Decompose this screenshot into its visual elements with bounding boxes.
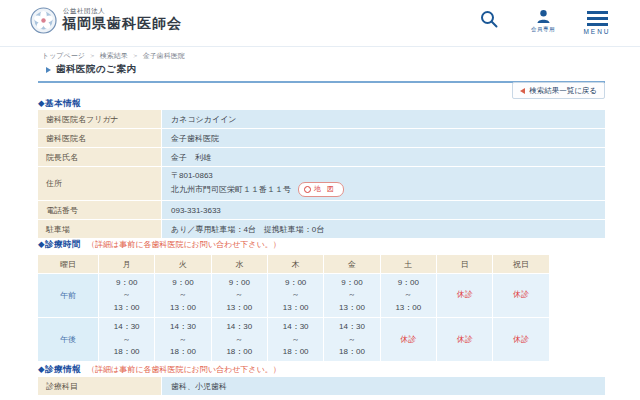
column-header: 金 <box>324 255 379 273</box>
menu-label: MENU <box>583 28 610 35</box>
hours-cell: 9：00 ～ 13：00 <box>268 274 323 317</box>
column-header: 土 <box>381 255 436 273</box>
hours-cell: 9：00 ～ 13：00 <box>212 274 267 317</box>
row-label: 診療科目 <box>38 377 161 395</box>
row-label: 電話番号 <box>38 201 161 219</box>
hours-cell: 14：30 ～ 18：00 <box>324 318 379 361</box>
search-button[interactable] <box>474 9 504 29</box>
back-arrow-icon <box>520 88 525 94</box>
page: 公益社団法人 福岡県歯科医師会 会員専用 MENU <box>0 0 640 400</box>
breadcrumb-current: 金子歯科医院 <box>143 52 185 59</box>
pm-label: 午後 <box>38 318 98 361</box>
row-label: 住所 <box>38 167 161 200</box>
title-marker-icon <box>46 67 51 73</box>
hours-heading: ◆診療時間（詳細は事前に各歯科医院にお問い合わせ下さい。） <box>38 239 281 251</box>
row-value: 金子 利雄 <box>162 148 605 166</box>
hours-cell: 9：00 ～ 13：00 <box>324 274 379 317</box>
row-value: 歯科、小児歯科 <box>162 377 605 395</box>
hours-table: 曜日 月 火 水 木 金 土 日 祝日 午前 9：00 ～ 13：00 9：00… <box>37 254 606 362</box>
hours-cell: 14：30 ～ 18：00 <box>155 318 210 361</box>
treatment-heading: ◆診療情報（詳細は事前に各歯科医院にお問い合わせ下さい。） <box>38 364 281 376</box>
row-value: カネコシカイイン <box>162 110 605 128</box>
hours-cell-closed: 休診 <box>493 274 548 317</box>
table-row: 住所 〒801-0863 北九州市門司区栄町１１番１１号 地 図 <box>38 167 605 200</box>
am-label: 午前 <box>38 274 98 317</box>
table-row: 院長氏名 金子 利雄 <box>38 148 605 166</box>
back-to-results-button[interactable]: 検索結果一覧に戻る <box>512 82 605 99</box>
org-name-title: 福岡県歯科医師会 <box>62 15 182 33</box>
row-label: 駐車場 <box>38 220 161 238</box>
breadcrumb-home[interactable]: トップページ <box>42 52 85 59</box>
hours-cell-closed: 休診 <box>437 274 492 317</box>
basic-info-table: 歯科医院名フリガナ カネコシカイイン 歯科医院名 金子歯科医院 院長氏名 金子 … <box>37 109 606 239</box>
treatment-table: 診療科目 歯科、小児歯科 <box>37 376 606 396</box>
search-icon <box>479 9 499 29</box>
hours-note: （詳細は事前に各歯科医院にお問い合わせ下さい。） <box>87 240 281 249</box>
member-login-label: 会員専用 <box>531 26 555 33</box>
hours-cell: 9：00 ～ 13：00 <box>381 274 436 317</box>
hours-cell-closed: 休診 <box>437 318 492 361</box>
column-header: 水 <box>212 255 267 273</box>
menu-button[interactable]: MENU <box>582 9 612 35</box>
column-header: 祝日 <box>493 255 548 273</box>
page-title-bar: 歯科医院のご案内 <box>38 63 605 83</box>
row-value: 金子歯科医院 <box>162 129 605 147</box>
hours-cell: 9：00 ～ 13：00 <box>99 274 154 317</box>
address-value: 〒801-0863 北九州市門司区栄町１１番１１号 地 図 <box>162 167 605 200</box>
column-header: 曜日 <box>38 255 98 273</box>
hours-cell: 9：00 ～ 13：00 <box>155 274 210 317</box>
site-header: 公益社団法人 福岡県歯科医師会 会員専用 MENU <box>0 0 640 47</box>
header-tools: 会員専用 MENU <box>474 9 612 35</box>
pm-row: 午後 14：30 ～ 18：00 14：30 ～ 18：00 14：30 ～ 1… <box>38 318 605 361</box>
page-title: 歯科医院のご案内 <box>56 63 136 76</box>
map-pin-icon <box>304 186 311 193</box>
breadcrumb-search-results[interactable]: 検索結果 <box>100 52 128 59</box>
table-header-row: 曜日 月 火 水 木 金 土 日 祝日 <box>38 255 605 273</box>
back-to-results-label: 検索結果一覧に戻る <box>529 86 597 96</box>
breadcrumb-separator: ＞ <box>89 52 96 59</box>
table-row: 電話番号 093-331-3633 <box>38 201 605 219</box>
column-header: 木 <box>268 255 323 273</box>
hours-cell-closed: 休診 <box>493 318 548 361</box>
hours-cell-closed: 休診 <box>381 318 436 361</box>
street-address: 北九州市門司区栄町１１番１１号 <box>171 184 291 196</box>
am-row: 午前 9：00 ～ 13：00 9：00 ～ 13：00 9：00 ～ 13：0… <box>38 274 605 317</box>
column-header: 月 <box>99 255 154 273</box>
parking-value: あり／専用駐車場：4台 提携駐車場：0台 <box>162 220 605 238</box>
table-row: 診療科目 歯科、小児歯科 <box>38 377 605 395</box>
map-button[interactable]: 地 図 <box>298 182 344 197</box>
row-label: 歯科医院名 <box>38 129 161 147</box>
person-icon <box>536 9 551 24</box>
breadcrumb: トップページ＞検索結果＞金子歯科医院 <box>42 51 185 61</box>
hours-heading-text: ◆診療時間 <box>38 239 81 249</box>
member-login-button[interactable]: 会員専用 <box>528 9 558 33</box>
hours-cell: 14：30 ～ 18：00 <box>268 318 323 361</box>
table-row: 駐車場 あり／専用駐車場：4台 提携駐車場：0台 <box>38 220 605 238</box>
column-header: 火 <box>155 255 210 273</box>
treatment-note: （詳細は事前に各歯科医院にお問い合わせ下さい。） <box>87 365 281 374</box>
association-logo-icon <box>30 7 57 34</box>
hamburger-icon <box>587 9 608 26</box>
treatment-heading-text: ◆診療情報 <box>38 364 81 374</box>
row-label: 院長氏名 <box>38 148 161 166</box>
table-row: 歯科医院名 金子歯科医院 <box>38 129 605 147</box>
column-header: 日 <box>437 255 492 273</box>
table-row: 歯科医院名フリガナ カネコシカイイン <box>38 110 605 128</box>
phone-value: 093-331-3633 <box>162 201 605 219</box>
row-label: 歯科医院名フリガナ <box>38 110 161 128</box>
postal-code: 〒801-0863 <box>171 170 605 182</box>
hours-cell: 14：30 ～ 18：00 <box>212 318 267 361</box>
map-button-label: 地 図 <box>314 184 336 195</box>
hours-cell: 14：30 ～ 18：00 <box>99 318 154 361</box>
breadcrumb-separator: ＞ <box>132 52 139 59</box>
